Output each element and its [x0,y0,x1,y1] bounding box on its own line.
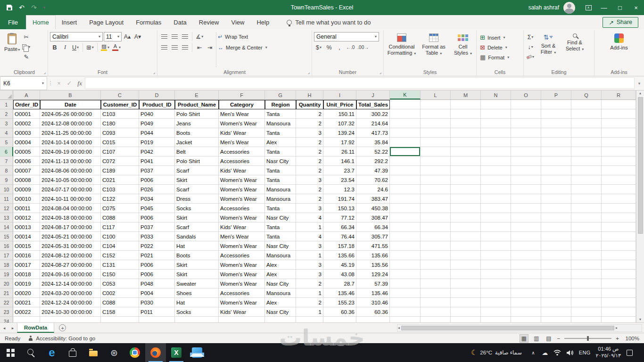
cell-A18[interactable]: O0017 [13,260,40,270]
cell-J22[interactable]: 310.46 [356,298,390,307]
cell-O18[interactable] [511,260,541,270]
format-painter-icon[interactable]: ✎ [21,52,31,61]
cell-R1[interactable] [602,100,636,109]
cell-E9[interactable]: Skirt [175,175,219,185]
cell-P4[interactable] [541,128,571,138]
cell-I15[interactable]: 76.44 [323,232,356,241]
cell-Q13[interactable] [571,213,602,222]
cell-E3[interactable]: Jeans [175,119,219,128]
save-icon[interactable] [4,2,15,13]
align-right-icon[interactable] [180,43,190,52]
cell-A11[interactable]: O0010 [13,194,40,204]
ribbon-tab-home[interactable]: Home [26,15,56,29]
cell-I4[interactable]: 139.24 [323,128,356,138]
cell-E13[interactable]: Skirt [175,213,219,222]
cell-O23[interactable] [511,307,541,317]
cell-B9[interactable]: 2024-10-05 00:00:00 [40,175,101,185]
cell-G16[interactable]: Nasr City [265,241,296,251]
row-header-13[interactable]: 13 [0,213,13,222]
cell-M6[interactable] [451,147,481,156]
cell-C14[interactable]: C117 [101,222,139,232]
cell-K12[interactable] [390,204,421,213]
row-header-14[interactable]: 14 [0,222,13,232]
accessibility-status[interactable]: Accessibility: Good to go [28,336,95,341]
underline-button[interactable]: U▾ [71,43,80,52]
clipboard-dialog-launcher-icon[interactable]: ⌟ [44,70,46,74]
cell-Q17[interactable] [571,251,602,260]
cell-I23[interactable]: 60.36 [323,307,356,317]
cell-H13[interactable]: 4 [296,213,323,222]
cell-N13[interactable] [481,213,511,222]
hscroll-right-icon[interactable]: ▸ [615,325,618,331]
settings-icon[interactable] [104,343,124,362]
cell-O16[interactable] [511,241,541,251]
cell-J15[interactable]: 305.77 [356,232,390,241]
cell-L2[interactable] [421,109,451,119]
cell-P19[interactable] [541,270,571,279]
cell-A19[interactable]: O0018 [13,270,40,279]
cell-L21[interactable] [421,288,451,298]
row-header-12[interactable]: 12 [0,204,13,213]
cell-C12[interactable]: C075 [101,204,139,213]
customize-qat-icon[interactable]: ▾ [41,2,48,13]
increase-decimal-icon[interactable]: ←.0 [345,43,355,52]
cell-O22[interactable] [511,298,541,307]
cell-J11[interactable]: 383.47 [356,194,390,204]
zoom-in-icon[interactable]: + [616,336,619,341]
cell-I17[interactable]: 135.66 [323,251,356,260]
cell-H3[interactable]: 2 [296,119,323,128]
cell-R5[interactable] [602,138,636,147]
cell-Q20[interactable] [571,279,602,288]
cell-P3[interactable] [541,119,571,128]
cell-R9[interactable] [602,175,636,185]
weather-widget[interactable]: ☾ 26°C سماء صافية [468,348,525,357]
cell-L11[interactable] [421,194,451,204]
cell-D7[interactable]: P041 [139,156,175,166]
alignment-dialog-launcher-icon[interactable]: ⌟ [308,70,310,74]
avatar[interactable] [563,2,575,14]
user-name[interactable]: salah ashraf [528,4,559,11]
cell-B22[interactable]: 2024-12-24 00:00:00 [40,298,101,307]
cell-O20[interactable] [511,279,541,288]
vertical-scrollbar[interactable]: ▴ ▾ [636,90,644,322]
number-format-select[interactable]: General▾ [314,32,379,41]
cell-I6[interactable]: 26.11 [323,147,356,156]
cell-O4[interactable] [511,128,541,138]
increase-indent-icon[interactable]: ⇥ [205,43,215,52]
cell-I3[interactable]: 107.32 [323,119,356,128]
cell-N11[interactable] [481,194,511,204]
cell-D22[interactable]: P030 [139,298,175,307]
name-box-caret-icon[interactable]: ▾ [42,81,44,85]
cell-Q22[interactable] [571,298,602,307]
cell-I14[interactable]: 66.34 [323,222,356,232]
align-middle-icon[interactable] [170,32,179,41]
undo-icon[interactable]: ↶ [16,2,27,13]
cell-F8[interactable]: Kids' Wear [219,166,265,175]
cell-E14[interactable]: Scarf [175,222,219,232]
cell-K7[interactable] [390,156,421,166]
paste-button[interactable]: Paste▾ [3,31,21,68]
cell-K2[interactable] [390,109,421,119]
cell-P24[interactable] [541,317,571,322]
scroll-up-icon[interactable]: ▴ [639,90,642,96]
cell-Q21[interactable] [571,288,602,298]
cell-B24[interactable] [40,317,101,322]
cell-R2[interactable] [602,109,636,119]
row-header-20[interactable]: 20 [0,279,13,288]
ribbon-tab-page-layout[interactable]: Page Layout [83,15,130,29]
cell-B18[interactable]: 2024-08-27 00:00:00 [40,260,101,270]
cell-G20[interactable]: Nasr City [265,279,296,288]
cell-I19[interactable]: 43.08 [323,270,356,279]
cell-C24[interactable] [101,317,139,322]
cell-L9[interactable] [421,175,451,185]
cell-E20[interactable]: Sweater [175,279,219,288]
cell-J8[interactable]: 47.39 [356,166,390,175]
font-dialog-launcher-icon[interactable]: ⌟ [153,70,155,74]
format-cells-button[interactable]: ▦ Format▾ [479,52,521,62]
cell-Q24[interactable] [571,317,602,322]
cell-P13[interactable] [541,213,571,222]
cell-N21[interactable] [481,288,511,298]
zoom-level[interactable]: 100% [623,336,639,341]
cell-R23[interactable] [602,307,636,317]
cell-P20[interactable] [541,279,571,288]
